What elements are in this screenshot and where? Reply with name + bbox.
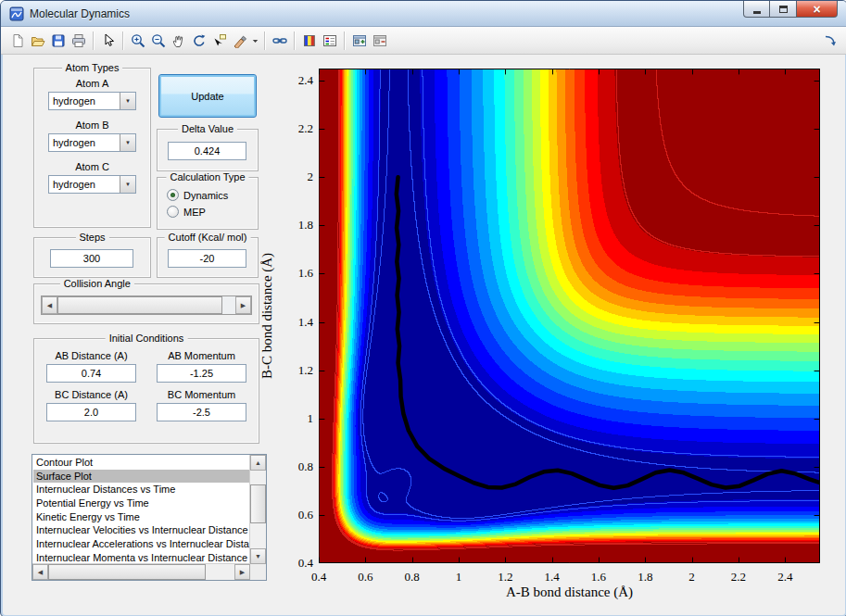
atom-c-label: Atom C bbox=[42, 161, 143, 172]
brush-menu-button[interactable] bbox=[250, 31, 260, 51]
radio-dynamics[interactable]: Dynamics bbox=[167, 189, 258, 201]
bc-distance-input[interactable] bbox=[46, 403, 136, 421]
rotate-3d-button[interactable] bbox=[189, 31, 209, 51]
scroll-right-button[interactable]: ▶ bbox=[234, 564, 250, 580]
cutoff-panel: Cutoff (Kcal/ mol) bbox=[157, 237, 259, 278]
radio-icon bbox=[167, 206, 179, 218]
chevron-down-icon[interactable]: ▼ bbox=[120, 176, 135, 193]
titlebar: Molecular Dynamics × bbox=[1, 1, 846, 27]
link-plot-button[interactable] bbox=[270, 31, 290, 51]
y-tick-label: 1.8 bbox=[276, 218, 313, 233]
scroll-up-button[interactable]: ▲ bbox=[250, 455, 266, 471]
data-cursor-button[interactable] bbox=[209, 31, 230, 51]
atom-a-select[interactable]: hydrogen▼ bbox=[48, 92, 136, 110]
new-file-icon bbox=[10, 33, 25, 48]
bc-momentum-field: BC Momentum bbox=[154, 389, 249, 421]
insert-legend-icon bbox=[322, 33, 337, 48]
update-button[interactable]: Update bbox=[158, 74, 257, 118]
slider-left-arrow-button[interactable]: ◀ bbox=[42, 296, 57, 314]
panel-title: Atom Types bbox=[62, 62, 123, 73]
list-item[interactable]: Potential Energy vs Time bbox=[33, 497, 249, 510]
list-vertical-scrollbar[interactable]: ▲ ▼ bbox=[249, 455, 266, 564]
y-tick-label: 1.6 bbox=[276, 266, 313, 281]
x-tick-label: 1.2 bbox=[498, 570, 512, 585]
ab-momentum-input[interactable] bbox=[157, 364, 246, 383]
panel-title: Steps bbox=[75, 232, 108, 243]
toolbar bbox=[1, 27, 846, 55]
list-item[interactable]: Kinetic Energy vs Time bbox=[33, 510, 249, 524]
show-plot-tools-button[interactable] bbox=[349, 31, 370, 51]
panel-title: Calculation Type bbox=[166, 171, 248, 182]
scroll-left-button[interactable]: ◀ bbox=[32, 564, 48, 580]
atom-types-panel: Atom Types Atom Ahydrogen▼Atom Bhydrogen… bbox=[33, 68, 151, 228]
list-item[interactable]: Internuclear Accelerations vs Internucle… bbox=[33, 537, 249, 551]
toolbar-separator bbox=[344, 31, 346, 50]
list-horizontal-scrollbar[interactable]: ◀ ▶ bbox=[32, 563, 250, 580]
collision-angle-panel: Collision Angle ◀ ▶ bbox=[33, 283, 259, 324]
pan-hand-button[interactable] bbox=[169, 31, 189, 51]
ab-distance-input[interactable] bbox=[46, 364, 136, 383]
list-item[interactable]: Contour Plot bbox=[33, 456, 249, 470]
save-button[interactable] bbox=[48, 31, 69, 51]
show-plot-tools-icon bbox=[352, 33, 367, 48]
close-button[interactable]: × bbox=[796, 1, 838, 18]
steps-input[interactable] bbox=[50, 249, 133, 268]
rotate-3d-icon bbox=[192, 33, 207, 48]
steps-panel: Steps bbox=[33, 237, 151, 278]
minimize-button[interactable] bbox=[743, 1, 770, 18]
brush-button[interactable] bbox=[230, 31, 250, 51]
open-file-button[interactable] bbox=[28, 31, 48, 51]
collision-angle-slider[interactable]: ◀ ▶ bbox=[41, 295, 252, 315]
panel-title: Cutoff (Kcal/ mol) bbox=[165, 232, 251, 243]
zoom-in-button[interactable] bbox=[128, 31, 148, 51]
bc-momentum-input[interactable] bbox=[157, 403, 246, 421]
calculation-type-panel: Calculation Type DynamicsMEP bbox=[157, 177, 259, 230]
plot-area: A-B bond distance (Å) B-C bond distance … bbox=[319, 69, 820, 563]
atom-b-select[interactable]: hydrogen▼ bbox=[48, 133, 136, 152]
toolbar-separator bbox=[122, 31, 124, 50]
radio-mep[interactable]: MEP bbox=[167, 206, 258, 218]
panel-title: Collision Angle bbox=[60, 278, 134, 289]
y-tick-label: 2.4 bbox=[276, 73, 313, 88]
slider-right-arrow-button[interactable]: ▶ bbox=[235, 296, 251, 314]
pes-contour-canvas[interactable] bbox=[319, 69, 820, 563]
scroll-down-button[interactable]: ▼ bbox=[250, 548, 266, 564]
y-tick-label: 1.2 bbox=[276, 363, 313, 378]
insert-colorbar-icon bbox=[302, 33, 317, 48]
field-label: AB Distance (A) bbox=[55, 350, 127, 361]
open-file-icon bbox=[31, 33, 45, 48]
vertical-scroll-thumb[interactable] bbox=[250, 484, 266, 523]
chevron-down-icon[interactable]: ▼ bbox=[120, 93, 135, 109]
atom-c-select[interactable]: hydrogen▼ bbox=[48, 175, 136, 194]
data-cursor-icon bbox=[212, 33, 227, 48]
delta-value-input[interactable] bbox=[168, 142, 246, 160]
list-item[interactable]: Internuclear Momenta vs Internuclear Dis… bbox=[33, 551, 249, 563]
horizontal-scroll-thumb[interactable] bbox=[48, 564, 206, 580]
atom-fields: Atom Ahydrogen▼Atom Bhydrogen▼Atom Chydr… bbox=[34, 78, 150, 194]
pointer-button[interactable] bbox=[98, 31, 119, 51]
scrollbar-corner bbox=[250, 564, 266, 580]
list-item[interactable]: Surface Plot bbox=[33, 470, 249, 484]
insert-colorbar-button[interactable] bbox=[299, 31, 320, 51]
app-icon bbox=[9, 6, 24, 21]
zoom-out-icon bbox=[151, 33, 166, 48]
insert-legend-button[interactable] bbox=[320, 31, 340, 51]
delta-value-panel: Delta Value bbox=[157, 129, 259, 171]
print-button[interactable] bbox=[69, 31, 89, 51]
x-tick-label: 0.4 bbox=[311, 570, 326, 585]
slider-thumb[interactable] bbox=[57, 296, 222, 314]
atom-a-label: Atom A bbox=[42, 78, 143, 89]
hide-plot-tools-button[interactable] bbox=[370, 31, 390, 51]
zoom-out-button[interactable] bbox=[148, 31, 169, 51]
plot-type-listbox: Contour PlotSurface PlotInternuclear Dis… bbox=[32, 454, 267, 581]
list-item[interactable]: Internuclear Velocities vs Internuclear … bbox=[33, 523, 249, 537]
list-item[interactable]: Internuclear Distances vs Time bbox=[33, 483, 249, 497]
cutoff-input[interactable] bbox=[168, 249, 246, 268]
new-file-button[interactable] bbox=[7, 31, 28, 51]
x-tick-label: 1.4 bbox=[545, 570, 560, 585]
close-icon: × bbox=[813, 3, 820, 16]
maximize-button[interactable] bbox=[770, 1, 796, 18]
dock-figure-button[interactable] bbox=[820, 31, 840, 51]
chevron-down-icon[interactable]: ▼ bbox=[120, 134, 135, 151]
radio-icon bbox=[167, 189, 179, 201]
